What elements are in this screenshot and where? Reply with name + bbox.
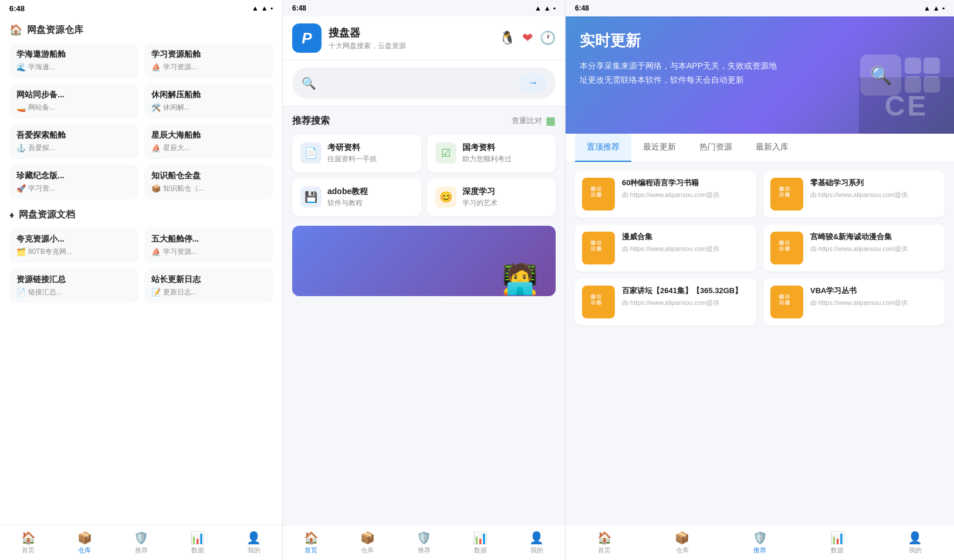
card-title: 资源链接汇总: [16, 274, 131, 285]
rnav3-item-recommend[interactable]: 🛡️ 推荐: [721, 525, 799, 560]
banner-figure: 🧑‍💻: [502, 262, 538, 296]
list-item[interactable]: 学海遨游船舱 🌊学海遨...: [9, 43, 138, 78]
svg-rect-23: [785, 300, 790, 305]
nav2-item-library[interactable]: 📦 仓库: [339, 525, 395, 560]
nav2-library-label: 仓库: [361, 546, 374, 555]
recommend-header: 推荐搜索 查重比对 ▦: [292, 114, 556, 127]
nav-item-library[interactable]: 📦 仓库: [56, 525, 113, 560]
nav2-profile-label: 我的: [530, 546, 543, 555]
list-item[interactable]: 珍藏纪念版... 🚀学习资...: [9, 165, 138, 199]
tab-recent[interactable]: 最近更新: [631, 134, 688, 162]
rec-desc: 助力您顺利考过: [462, 154, 512, 164]
card-sub: 🛠️休闲解...: [151, 103, 266, 113]
data-icon-3: 📊: [830, 531, 845, 545]
svg-rect-9: [597, 240, 601, 245]
rec-card-kaoyanziliao[interactable]: 📄 考研资料 往届资料一手抓: [292, 134, 421, 172]
svg-rect-11: [597, 246, 601, 251]
right-status-icons: ▲ ▲ ▪: [923, 4, 945, 12]
rnav3-item-data[interactable]: 📊 数据: [799, 525, 876, 560]
card-title: 网站同步备...: [16, 90, 131, 100]
status-bar-3: 6:48 ▲ ▲ ▪: [566, 0, 954, 16]
check-dup-area[interactable]: 查重比对 ▦: [512, 114, 556, 127]
svg-rect-8: [591, 240, 596, 245]
card-sub: ⛵星辰大...: [151, 143, 266, 153]
card-sub: 🚀学习资...: [16, 184, 131, 194]
search-input[interactable]: [322, 78, 513, 88]
resource-list-grid: 60种编程语言学习书籍 由·https://www.alipansou.com提…: [575, 171, 945, 325]
rec-card-guokaoziliao[interactable]: ☑ 国考资料 助力您顺利考过: [427, 134, 556, 172]
list-item[interactable]: 五大船舱停... ⛵学习资源...: [144, 228, 273, 263]
rec-card-adobe[interactable]: 💾 adobe教程 软件与教程: [292, 178, 421, 216]
list-item[interactable]: 知识船仓全盘 📦知识船仓（...: [144, 165, 273, 199]
nav2-item-recommend[interactable]: 🛡️ 推荐: [395, 525, 452, 560]
rec-icon-learn: 😊: [435, 186, 456, 208]
tab-hot[interactable]: 热门资源: [688, 134, 744, 162]
list-item[interactable]: 夸克资源小... 🗂️80TB夸克网...: [9, 228, 138, 263]
hero-desc: 本分享采集来源于网络，与本APP无关，失效或资源地址更改无需联络本软件，软件每天…: [580, 59, 779, 87]
data-icon-2: 📊: [473, 531, 488, 545]
card-sub: 📄链接汇总...: [16, 287, 131, 297]
res-thumb-6: [770, 286, 803, 318]
res-title: 百家讲坛【2641集】【365.32GB】: [622, 286, 742, 296]
list-item[interactable]: 百家讲坛【2641集】【365.32GB】 由·https://www.alip…: [575, 279, 756, 325]
card-sub: 📝更新日志...: [151, 287, 266, 297]
list-item[interactable]: 漫威合集 由·https://www.alipansou.com提供: [575, 225, 756, 271]
status-icons-1: ▲ ▲ ▪: [252, 4, 273, 12]
nav2-item-profile[interactable]: 👤 我的: [509, 525, 565, 560]
rnav3-library-label: 仓库: [676, 546, 689, 555]
mid-main-content: 推荐搜索 查重比对 ▦ 📄 考研资料 往届资料一手抓 ☑ 国考资料 助力您顺利考…: [283, 106, 565, 525]
nav-item-home[interactable]: 🏠 首页: [0, 525, 56, 560]
card-title: 学海遨游船舱: [16, 49, 131, 60]
list-item[interactable]: VBA学习丛书 由·https://www.alipansou.com提供: [763, 279, 945, 325]
tab-pinned[interactable]: 置顶推荐: [575, 134, 631, 162]
rnav3-item-profile[interactable]: 👤 我的: [877, 525, 954, 560]
recommend-title: 推荐搜索: [292, 115, 330, 127]
list-item[interactable]: 吾爱探索船舱 ⚓吾爱探...: [9, 124, 138, 159]
rnav3-item-library[interactable]: 📦 仓库: [643, 525, 720, 560]
rec-icon-check: ☑: [435, 142, 456, 164]
nav-profile-label: 我的: [248, 546, 261, 555]
profile-nav-icon: 👤: [246, 531, 261, 545]
rec-name: 国考资料: [462, 142, 512, 153]
nav2-item-data[interactable]: 📊 数据: [452, 525, 509, 560]
search-button[interactable]: →: [519, 73, 546, 93]
rec-card-deeplearning[interactable]: 😊 深度学习 学习的艺术: [427, 178, 556, 216]
deco-dot-1: [905, 57, 921, 74]
list-item[interactable]: 休闲解压船舱 🛠️休闲解...: [144, 84, 273, 118]
card-title: 休闲解压船舱: [151, 90, 266, 100]
res-title: 60种编程语言学习书籍: [622, 178, 719, 188]
search-container: 🔍 →: [283, 60, 565, 106]
res-thumb-1: [582, 178, 615, 211]
list-item[interactable]: 零基础学习系列 由·https://www.alipansou.com提供: [763, 171, 945, 218]
svg-rect-22: [779, 300, 784, 305]
svg-rect-0: [591, 186, 596, 191]
list-item[interactable]: 站长更新日志 📝更新日志...: [144, 269, 273, 303]
list-item[interactable]: 星辰大海船舱 ⛵星辰大...: [144, 124, 273, 159]
list-item[interactable]: 60种编程语言学习书籍 由·https://www.alipansou.com提…: [575, 171, 756, 218]
res-title: VBA学习丛书: [810, 286, 908, 296]
res-source: 由·https://www.alipansou.com提供: [622, 298, 742, 307]
card-sub: ⛵学习资源...: [151, 62, 266, 72]
rec-desc: 往届资料一手抓: [327, 154, 377, 164]
rnav3-item-home[interactable]: 🏠 首页: [566, 525, 643, 560]
list-item[interactable]: 宫崎骏&新海诚动漫合集 由·https://www.alipansou.com提…: [763, 225, 945, 271]
tab-new[interactable]: 最新入库: [744, 134, 800, 162]
nav-item-recommend[interactable]: 🛡️ 推荐: [113, 525, 169, 560]
share-icon[interactable]: ❤: [522, 30, 533, 46]
list-item[interactable]: 学习资源船舱 ⛵学习资源...: [144, 43, 273, 78]
nav2-item-home[interactable]: 🏠 首页: [283, 525, 339, 560]
nav-item-profile[interactable]: 👤 我的: [226, 525, 282, 560]
list-item[interactable]: 网站同步备... 🚤网站备...: [9, 84, 138, 118]
qq-icon[interactable]: 🐧: [499, 30, 515, 46]
clock-icon[interactable]: 🕐: [540, 30, 556, 46]
svg-rect-3: [597, 192, 601, 197]
list-item[interactable]: 资源链接汇总 📄链接汇总...: [9, 269, 138, 303]
nav-item-data[interactable]: 📊 数据: [170, 525, 226, 560]
svg-rect-20: [779, 294, 784, 299]
rec-icon-doc: 📄: [300, 142, 322, 164]
res-title: 漫威合集: [622, 232, 719, 242]
nav-recommend-label: 推荐: [135, 546, 148, 555]
res-source: 由·https://www.alipansou.com提供: [622, 191, 719, 199]
profile-icon-2: 👤: [529, 531, 544, 545]
mid-status-icons: ▲ ▲ ▪: [534, 4, 556, 12]
